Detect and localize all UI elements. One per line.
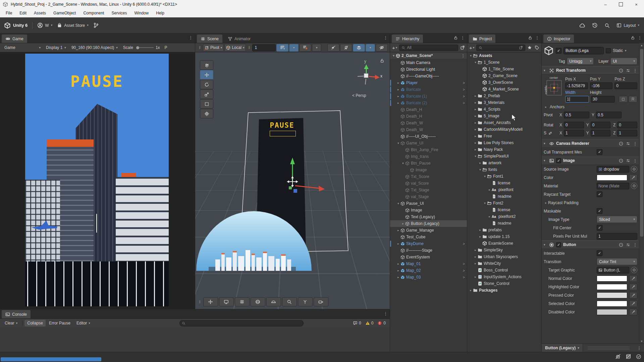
footer-component-dropdown[interactable]: Button (Legacy)▾	[542, 344, 583, 352]
game-viewport[interactable]: PAUSE	[0, 52, 195, 309]
foldout-icon[interactable]: ▸	[473, 141, 478, 144]
ppu-field[interactable]: 1	[597, 233, 637, 240]
move-tool-button[interactable]	[200, 70, 213, 79]
scale-z-field[interactable]: 1	[617, 130, 637, 136]
hierarchy-item-pause-ui[interactable]: ▾Pause_UI	[390, 200, 467, 207]
view-move-button[interactable]	[203, 297, 218, 306]
foldout-icon[interactable]: ▸	[473, 248, 478, 252]
inspector-scrollbar[interactable]: ▲ ▼	[639, 43, 644, 344]
foldout-icon[interactable]: ▾	[473, 155, 478, 158]
maximize-button[interactable]	[613, 0, 629, 9]
color-swatch[interactable]	[597, 175, 627, 181]
editor-dropdown[interactable]: Editor▾	[74, 320, 93, 326]
local-dropdown[interactable]: Local ▾	[224, 44, 246, 52]
color-swatch[interactable]	[597, 309, 627, 315]
add-asset-button[interactable]: +	[469, 45, 472, 51]
pivot-x-field[interactable]: 0.5	[564, 112, 589, 118]
hierarchy-item-btn-jump-fire[interactable]: Btn_Jump_Fire	[390, 146, 467, 153]
width-field[interactable]: 1	[565, 96, 589, 103]
foldout-icon[interactable]: ▸	[396, 262, 400, 265]
hierarchy-item--stage[interactable]: //----------Stage	[390, 247, 467, 254]
foldout-icon[interactable]: ▸	[396, 101, 400, 105]
project-item-5-image[interactable]: ▸5_Image	[467, 113, 541, 119]
project-item-cartoonmilitarymodell[interactable]: ▸CartoonMilitaryModell	[467, 126, 541, 133]
raycast-padding-row[interactable]: ▸ Raycast Padding	[542, 198, 639, 207]
scroll-down-icon[interactable]: ▼	[639, 340, 644, 343]
component-kebab-icon[interactable]: ⋮	[633, 68, 637, 73]
component-kebab-icon[interactable]: ⋮	[633, 242, 637, 247]
hierarchy-item-test-cube[interactable]: Test_Cube	[390, 234, 467, 240]
prefab-open-chevron-icon[interactable]: >	[463, 87, 466, 92]
hierarchy-item-txt-stage[interactable]: Txt_Stage	[390, 187, 467, 193]
hierarchy-item-image[interactable]: Image	[390, 167, 467, 173]
favorites-icon[interactable]	[527, 45, 532, 50]
hierarchy-item-map-02[interactable]: ▸Map_02>	[390, 267, 467, 274]
project-item-simplesky[interactable]: ▸SimpleSky	[467, 247, 541, 253]
hierarchy-menu-kebab-icon[interactable]: ⋮	[461, 35, 465, 40]
tab-inspector[interactable]: Inspector	[543, 35, 574, 43]
object-picker-icon[interactable]	[631, 166, 637, 172]
rotation-y-field[interactable]: 0	[591, 122, 611, 128]
foldout-icon[interactable]: ▾	[483, 201, 487, 205]
history-icon[interactable]	[592, 22, 598, 28]
hierarchy-item-baricate-2-[interactable]: ▸Baricate (2)>	[390, 100, 467, 106]
image-header[interactable]: ▾ ✓ Image ? ⋮	[542, 156, 639, 165]
project-item-asset-aircrafts[interactable]: ▸Asset_Aircrafts	[467, 119, 541, 126]
prefab-open-chevron-icon[interactable]: >	[463, 94, 466, 98]
foldout-icon[interactable]: ▸	[473, 101, 478, 104]
eyedropper-button[interactable]	[629, 292, 637, 299]
scroll-up-icon[interactable]: ▲	[639, 44, 644, 47]
project-menu-kebab-icon[interactable]: ⋮	[535, 35, 539, 40]
grid-snap-caret[interactable]: ▾	[312, 44, 321, 52]
active-checkbox[interactable]: ✓	[556, 48, 561, 54]
scale-slider[interactable]	[136, 46, 154, 49]
tab-animator[interactable]: Animator	[224, 35, 254, 43]
menu-edit[interactable]: Edit	[16, 9, 30, 17]
grid-visibility-button[interactable]: Y	[276, 44, 288, 52]
foldout-icon[interactable]: ▸	[473, 255, 478, 258]
console-warning-badge[interactable]: 0	[363, 321, 376, 325]
search-icon[interactable]	[604, 23, 610, 28]
color-swatch[interactable]	[597, 292, 627, 298]
foldout-icon[interactable]: ▸	[473, 134, 478, 138]
scrollbar-thumb[interactable]	[640, 49, 643, 237]
project-item-artwork[interactable]: ▸artwork	[467, 160, 541, 166]
hierarchy-item-map-03[interactable]: ▸Map_03>	[390, 274, 467, 281]
transform-tool-button[interactable]	[200, 109, 213, 118]
foldout-icon[interactable]: ▸	[396, 81, 400, 84]
static-checkbox[interactable]	[606, 48, 611, 53]
scene-effects-caret[interactable]: ▾	[366, 44, 375, 52]
tag-dropdown[interactable]: Untagg▾	[567, 58, 594, 65]
hierarchy-item-game-manage[interactable]: ▸Game_Manage	[390, 227, 467, 234]
hierarchy-item-death-h[interactable]: Death_H	[390, 106, 467, 113]
skybox-button[interactable]	[266, 297, 281, 306]
eyedropper-button[interactable]	[629, 309, 637, 315]
scene-visibility-button[interactable]	[376, 44, 388, 52]
project-item-readme[interactable]: readme	[467, 220, 541, 227]
foldout-icon[interactable]: ▸	[478, 228, 482, 232]
cinematic-camera-button[interactable]	[314, 297, 328, 306]
eyedropper-button[interactable]	[629, 174, 637, 181]
label-icon[interactable]	[535, 45, 539, 50]
clear-button[interactable]: Clear▾	[2, 320, 20, 326]
rect-tool-button[interactable]	[200, 99, 213, 109]
scale-y-field[interactable]: 1	[591, 130, 611, 136]
image-enabled-checkbox[interactable]: ✓	[556, 158, 561, 163]
pos-x-field[interactable]: -1.525879	[565, 82, 588, 89]
foldout-icon[interactable]: ▾	[391, 54, 396, 57]
menu-gameobject[interactable]: GameObject	[50, 9, 79, 17]
source-image-field[interactable]: dropdow	[597, 166, 629, 173]
scene-audio-button[interactable]	[327, 44, 339, 52]
color-swatch[interactable]	[597, 284, 627, 290]
project-item-simplepixelui[interactable]: ▾SimplePixelUI	[467, 153, 541, 160]
console-menu-kebab-icon[interactable]: ⋮	[383, 311, 388, 316]
preset-icon[interactable]	[626, 243, 630, 247]
prefab-open-chevron-icon[interactable]: >	[463, 262, 466, 266]
object-picker-icon[interactable]	[631, 183, 637, 189]
image-type-dropdown[interactable]: Sliced▾	[597, 216, 637, 223]
anchor-preset-widget[interactable]: center middle	[544, 76, 565, 103]
display-dropdown[interactable]: Display 1▾	[44, 44, 68, 51]
inspector-menu-kebab-icon[interactable]: ⋮	[638, 35, 642, 40]
foldout-icon[interactable]: ▾	[401, 162, 405, 165]
prefab-open-chevron-icon[interactable]: >	[463, 242, 466, 246]
